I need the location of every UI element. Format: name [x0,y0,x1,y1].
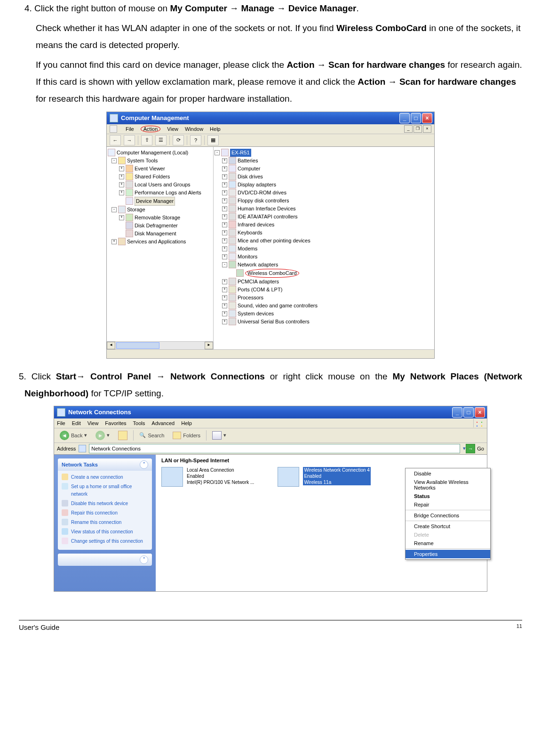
task-status[interactable]: View status of this connection [62,528,148,536]
mdi-close[interactable]: × [423,125,431,133]
main-area: LAN or High-Speed Internet Local Area Co… [156,455,487,591]
tree-devmgr[interactable]: Device Manager [108,197,212,206]
folders-button2[interactable]: Folders [170,430,203,441]
menu-window[interactable]: Window [185,126,203,132]
task-setup[interactable]: Set up a home or small office network [62,483,148,498]
maximize-button2[interactable]: □ [463,407,474,418]
mdi-restore[interactable]: ❐ [414,125,422,133]
ctx-repair[interactable]: Repair [406,500,490,509]
up-button[interactable]: ⇧ [141,135,152,145]
menu-file2[interactable]: File [57,420,65,426]
chevron-up-icon2[interactable]: ˄ [140,555,148,564]
address-icon [79,445,86,452]
tree-storage[interactable]: -Storage [108,206,212,214]
ctx-bridge[interactable]: Bridge Connections [406,511,490,520]
dev-usb[interactable]: +Universal Serial Bus controllers [215,318,433,326]
ctx-properties[interactable]: Properties [406,550,490,558]
search-button2[interactable]: 🔍Search [136,430,167,441]
dev-root[interactable]: -EX-R51 [215,149,433,157]
back-button2[interactable]: ◄Back ▾ [57,430,90,441]
menu-advanced2[interactable]: Advanced [151,420,175,426]
dev-wireless[interactable]: Wireless ComboCard [215,269,433,278]
chevron-up-icon[interactable]: ˄ [140,460,148,469]
menu-help[interactable]: Help [210,126,221,132]
menu-file[interactable]: File [126,126,134,132]
ctx-delete: Delete [406,531,490,539]
tree-defrag[interactable]: Disk Defragmenter [108,222,212,230]
tree-eventviewer[interactable]: +Event Viewer [108,165,212,173]
context-menu: Disable View Available Wireless Networks… [405,468,491,560]
minimize-button[interactable]: _ [399,113,410,123]
task-rename[interactable]: Rename this connection [62,519,148,526]
task-repair[interactable]: Repair this connection [62,509,148,517]
ctx-status[interactable]: Status [406,492,490,500]
tree-diskmgmt[interactable]: Disk Management [108,230,212,238]
dev-keyboards[interactable]: +Keyboards [215,229,433,237]
window-title2: Network Connections [68,409,131,416]
dev-mice[interactable]: +Mice and other pointing devices [215,237,433,245]
task-create[interactable]: Create a new connection [62,474,148,481]
menu-tools2[interactable]: Tools [133,420,145,426]
minimize-button2[interactable]: _ [452,407,462,418]
tree-root[interactable]: Computer Management (Local) [108,149,212,157]
go-button[interactable]: → [466,444,475,453]
tree-sharedfolders[interactable]: +Shared Folders [108,173,212,181]
views-button2[interactable]: ▾ [209,430,229,441]
fwd-button2[interactable]: ► ▾ [93,430,112,441]
dev-modems[interactable]: +Modems [215,245,433,253]
tree-services[interactable]: +Services and Applications [108,238,212,246]
dev-infrared[interactable]: +Infrared devices [215,221,433,229]
ctx-shortcut[interactable]: Create Shortcut [406,522,490,531]
maximize-button[interactable]: □ [411,113,421,123]
tree-perflogs[interactable]: +Performance Logs and Alerts [108,189,212,197]
ctx-rename[interactable]: Rename [406,539,490,547]
ctx-view[interactable]: View Available Wireless Networks [406,478,490,492]
dev-pcmcia[interactable]: +PCMCIA adapters [215,278,433,286]
dev-dvd[interactable]: +DVD/CD-ROM drives [215,189,433,197]
tree-localusers[interactable]: +Local Users and Groups [108,181,212,189]
dev-sysdev[interactable]: +System devices [215,310,433,318]
dev-computer[interactable]: +Computer [215,165,433,173]
titlebar: Computer Management _ □ × [107,112,434,124]
panel-head[interactable]: Network Tasks˄ [58,458,152,471]
menu-action-circled[interactable]: Action [141,126,161,132]
step4-line3: If you cannot find this card on device m… [19,56,522,107]
menu-favorites2[interactable]: Favorites [105,420,126,426]
dev-display[interactable]: +Display adapters [215,181,433,189]
dev-batteries[interactable]: +Batteries [215,157,433,165]
ctx-disable[interactable]: Disable [406,469,490,478]
help-button[interactable]: ? [190,135,201,145]
mdi-minimize[interactable]: _ [404,125,413,133]
dev-diskdrives[interactable]: +Disk drives [215,173,433,181]
props-button[interactable]: ☰ [155,135,167,145]
menu-edit2[interactable]: Edit [72,420,81,426]
address-input[interactable] [89,444,460,453]
connection-lan[interactable]: Local Area Connection Enabled Intel(R) P… [161,467,254,487]
dev-ports[interactable]: +Ports (COM & LPT) [215,286,433,294]
task-change[interactable]: Change settings of this connection [62,538,148,545]
refresh-button[interactable]: ⟳ [173,135,184,145]
tree-removable[interactable]: +Removable Storage [108,214,212,222]
hscroll[interactable]: ◄► [107,341,213,349]
mon-button[interactable]: ▦ [207,135,219,145]
dev-floppy[interactable]: +Floppy disk controllers [215,197,433,205]
dev-sound[interactable]: +Sound, video and game controllers [215,302,433,310]
connection-wireless[interactable]: Wireless Network Connection 4 Enabled Wi… [278,467,371,487]
dev-ide[interactable]: +IDE ATA/ATAPI controllers [215,213,433,221]
back-button[interactable]: ← [110,135,121,145]
fwd-button[interactable]: → [124,135,135,145]
task-disable[interactable]: Disable this network device [62,500,148,507]
menu-view2[interactable]: View [88,420,99,426]
menu-help2[interactable]: Help [181,420,192,426]
category-label: LAN or High-Speed Internet [161,458,481,463]
dev-processors[interactable]: +Processors [215,294,433,302]
dev-monitors[interactable]: +Monitors [215,253,433,261]
wireless-icon [278,467,299,487]
tree-systools[interactable]: -System Tools [108,157,212,165]
dev-hid[interactable]: +Human Interface Devices [215,205,433,213]
close-button[interactable]: × [422,113,432,123]
dev-network[interactable]: -Network adapters [215,261,433,269]
close-button2[interactable]: × [475,407,485,418]
up-button2[interactable] [115,430,130,441]
menu-view[interactable]: View [167,126,178,132]
